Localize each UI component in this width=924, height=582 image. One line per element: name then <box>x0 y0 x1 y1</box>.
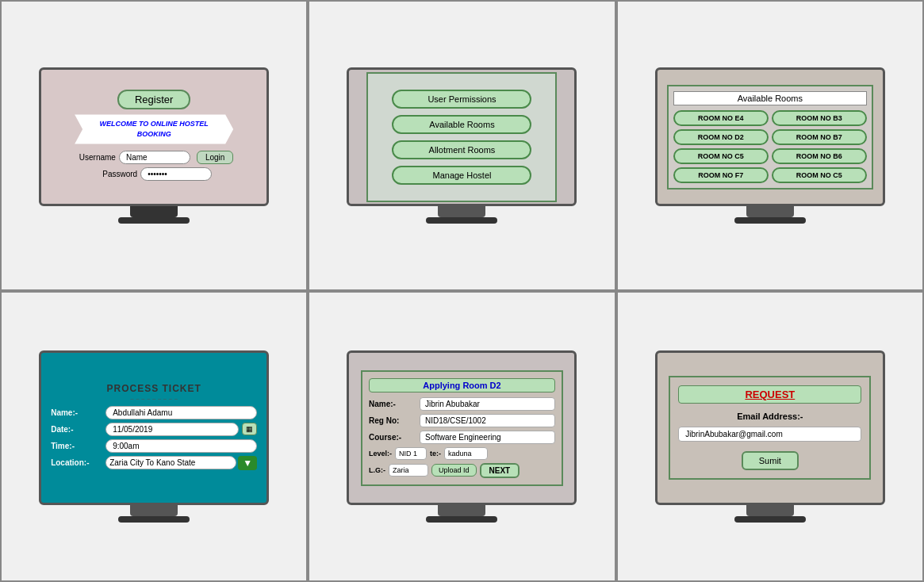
request-email-label: Email Address:- <box>678 412 861 421</box>
room-button-1[interactable]: ROOM NO B3 <box>772 110 867 126</box>
monitor-base-5 <box>426 516 497 523</box>
panel-6: REQUEST Email Address:- Sumit <box>616 291 924 582</box>
monitor-4: PROCESS TICKET ~ ~ ~ ~ ~ ~ ~ ~ ~ Name:- … <box>39 350 269 523</box>
apply-course-label: Course:- <box>369 433 416 442</box>
apply-lg-input[interactable] <box>389 464 428 477</box>
apply-state-input[interactable] <box>444 447 488 460</box>
monitor-base-3 <box>734 217 806 224</box>
rooms-grid: ROOM NO E4ROOM NO B3ROOM NO D2ROOM NO B7… <box>673 110 867 183</box>
date-row: Date:- ▦ <box>51 423 257 436</box>
monitor-stand-6 <box>746 505 794 516</box>
username-input[interactable] <box>119 151 190 164</box>
apply-name-label: Name:- <box>369 400 416 408</box>
time-input[interactable] <box>105 439 257 453</box>
room-button-0[interactable]: ROOM NO E4 <box>673 110 769 126</box>
location-row: Location:- ▼ <box>51 456 257 470</box>
username-row: Username Login <box>75 151 233 164</box>
monitor-screen-3: Available Rooms ROOM NO E4ROOM NO B3ROOM… <box>655 67 885 206</box>
location-select-wrap: ▼ <box>105 456 257 470</box>
monitor-stand-5 <box>438 505 485 516</box>
panel-5: Applying Room D2 Name:- Reg No: Course:-… <box>308 291 615 582</box>
rooms-inner: Available Rooms ROOM NO E4ROOM NO B3ROOM… <box>667 85 873 190</box>
apply-level-label: Level:- <box>369 450 392 458</box>
request-title: REQUEST <box>678 385 861 404</box>
apply-course-input[interactable] <box>420 431 555 444</box>
apply-level-row: Level:- te:- <box>369 447 555 460</box>
panel-4: PROCESS TICKET ~ ~ ~ ~ ~ ~ ~ ~ ~ Name:- … <box>0 291 308 582</box>
room-button-5[interactable]: ROOM NO B6 <box>772 148 867 164</box>
monitor-1: Register WELCOME TO ONLINE HOSTEL BOOKIN… <box>39 67 269 224</box>
monitor-stand-1 <box>130 206 178 217</box>
name-label: Name:- <box>51 408 102 417</box>
panel-2: User Permissions Available Rooms Allotme… <box>308 0 615 291</box>
location-arrow-button[interactable]: ▼ <box>238 456 257 470</box>
time-label: Time:- <box>51 442 102 450</box>
apply-action-row: L.G:- Upload Id NEXT <box>369 463 555 478</box>
location-input[interactable] <box>105 456 236 469</box>
monitor-3: Available Rooms ROOM NO E4ROOM NO B3ROOM… <box>655 67 885 224</box>
apply-reg-row: Reg No: <box>369 414 555 427</box>
monitor-base-4 <box>118 516 190 523</box>
ticket-decor: ~ ~ ~ ~ ~ ~ ~ ~ ~ <box>130 396 178 403</box>
menu-inner: User Permissions Available Rooms Allotme… <box>366 72 557 202</box>
ticket-inner: PROCESS TICKET ~ ~ ~ ~ ~ ~ ~ ~ ~ Name:- … <box>51 383 257 473</box>
submit-button[interactable]: Sumit <box>742 451 799 470</box>
next-button[interactable]: NEXT <box>480 463 520 478</box>
upload-button[interactable]: Upload Id <box>431 464 477 477</box>
room-button-3[interactable]: ROOM NO B7 <box>772 129 867 145</box>
monitor-6: REQUEST Email Address:- Sumit <box>655 350 885 523</box>
request-inner: REQUEST Email Address:- Sumit <box>669 376 871 480</box>
monitor-screen-1: Register WELCOME TO ONLINE HOSTEL BOOKIN… <box>39 67 269 206</box>
apply-course-row: Course:- <box>369 431 555 444</box>
ticket-title: PROCESS TICKET <box>106 383 201 394</box>
monitor-stand-4 <box>130 505 178 516</box>
calendar-button[interactable]: ▦ <box>242 423 257 435</box>
apply-reg-input[interactable] <box>420 414 555 427</box>
name-row: Name:- <box>51 406 257 419</box>
location-label: Location:- <box>51 458 102 467</box>
monitor-stand-3 <box>746 206 794 217</box>
username-label: Username <box>75 153 116 162</box>
apply-reg-label: Reg No: <box>369 416 416 425</box>
login-button[interactable]: Login <box>197 151 233 164</box>
room-button-4[interactable]: ROOM NO C5 <box>673 148 769 164</box>
room-button-6[interactable]: ROOM NO F7 <box>673 167 769 183</box>
monitor-screen-2: User Permissions Available Rooms Allotme… <box>347 67 577 206</box>
allotment-rooms-button[interactable]: Allotment Rooms <box>392 140 531 159</box>
monitor-5: Applying Room D2 Name:- Reg No: Course:-… <box>347 350 577 523</box>
welcome-banner: WELCOME TO ONLINE HOSTEL BOOKING <box>75 114 233 144</box>
password-label: Password <box>96 170 137 178</box>
monitor-screen-4: PROCESS TICKET ~ ~ ~ ~ ~ ~ ~ ~ ~ Name:- … <box>39 350 269 505</box>
password-input[interactable] <box>140 167 212 181</box>
monitor-screen-5: Applying Room D2 Name:- Reg No: Course:-… <box>347 350 577 505</box>
apply-level-input[interactable] <box>395 447 427 460</box>
rooms-title: Available Rooms <box>673 91 867 105</box>
apply-inner: Applying Room D2 Name:- Reg No: Course:-… <box>361 370 563 486</box>
monitor-screen-6: REQUEST Email Address:- Sumit <box>655 350 885 505</box>
request-email-input[interactable] <box>678 427 861 442</box>
room-button-7[interactable]: ROOM NO C5 <box>772 167 867 183</box>
monitor-stand-2 <box>438 206 485 217</box>
monitor-base-6 <box>734 516 806 523</box>
apply-name-input[interactable] <box>420 397 555 411</box>
name-input[interactable] <box>105 406 257 419</box>
monitor-base-1 <box>118 217 190 224</box>
time-row: Time:- <box>51 439 257 453</box>
apply-lg-label: L.G:- <box>369 466 385 474</box>
date-label: Date:- <box>51 425 102 434</box>
manage-hostel-button[interactable]: Manage Hostel <box>392 166 531 185</box>
monitor-base-2 <box>426 217 497 224</box>
panel-1: Register WELCOME TO ONLINE HOSTEL BOOKIN… <box>0 0 308 291</box>
apply-name-row: Name:- <box>369 397 555 411</box>
date-input[interactable] <box>105 423 239 436</box>
room-button-2[interactable]: ROOM NO D2 <box>673 129 769 145</box>
user-permissions-button[interactable]: User Permissions <box>392 90 531 109</box>
available-rooms-button[interactable]: Available Rooms <box>392 115 531 134</box>
register-button[interactable]: Register <box>117 90 190 109</box>
apply-title: Applying Room D2 <box>369 378 555 392</box>
password-row: Password <box>96 167 212 181</box>
apply-state-label: te:- <box>430 450 441 458</box>
panel-3: Available Rooms ROOM NO E4ROOM NO B3ROOM… <box>616 0 924 291</box>
welcome-text: WELCOME TO ONLINE HOSTEL BOOKING <box>90 119 217 139</box>
monitor-2: User Permissions Available Rooms Allotme… <box>347 67 577 224</box>
